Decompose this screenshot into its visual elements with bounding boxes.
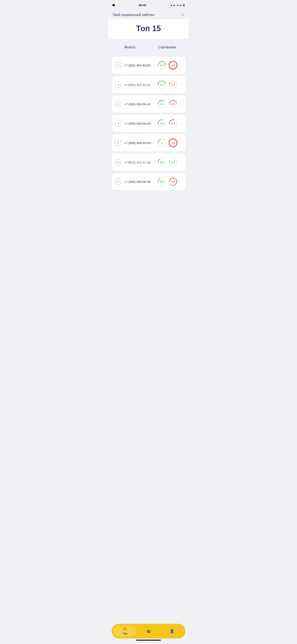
signal-icon: ▲▲ — [177, 4, 182, 6]
phone-number: +7 (911) 111-11-14 — [124, 160, 155, 164]
rank-badge: 2 — [115, 81, 121, 88]
phone-number: +7 (900) 000-00-45 — [124, 102, 155, 106]
score-value-1: 0.8 — [160, 180, 164, 183]
rank-badge: 5 — [115, 140, 121, 146]
phone-number: +7 (911) 111-11-11 — [124, 83, 155, 86]
nav-item-top[interactable]: 🔥 Топ — [113, 626, 137, 636]
header-arrow-icon[interactable]: → — [180, 12, 185, 17]
app-header: Твой социальный рейтинг → — [108, 9, 189, 19]
scores: 2.2 0.6 — [157, 80, 178, 89]
score-circle-2: 4.8 — [169, 138, 178, 148]
score-value-2: 0.4 — [171, 161, 175, 164]
score-circle-1: 1.6 — [157, 100, 166, 108]
status-icons: ▲▲ ▲▲ ▮ — [170, 4, 185, 6]
list-item[interactable]: 4 +7 (963) 049-94-49 1.4 1.4 › — [112, 115, 185, 132]
list-item[interactable]: 7 +7 (900) 999-99-99 0.8 4.2 › — [112, 173, 185, 190]
status-time: 20:42 — [139, 3, 146, 7]
top-section: Топ 15 — [108, 19, 189, 39]
score-circle-1: 1 — [157, 138, 166, 148]
score-value-1: 0.8 — [160, 161, 164, 164]
chevron-right-icon: › — [181, 180, 182, 184]
phone-number: +7 (800) 800-80-80 — [124, 64, 155, 67]
sort-button[interactable]: Сортировка — [150, 42, 185, 52]
list-item[interactable]: 5 +7 (999) 999-99-99 1 4.8 › — [112, 134, 185, 152]
score-value-2: 4.2 — [171, 180, 175, 183]
scores: 0.8 4.2 — [157, 177, 178, 186]
score-value-2: 4.8 — [171, 64, 175, 67]
chevron-right-icon: › — [181, 63, 182, 68]
chevron-right-icon: › — [181, 160, 182, 164]
chevron-right-icon: › — [181, 102, 182, 106]
nav-pill: 🔥 Топ ▦ 👤 — [112, 624, 185, 638]
top-heading: Топ 15 — [112, 24, 185, 33]
score-circle-2: 4.8 — [169, 61, 178, 70]
home-indicator — [136, 640, 161, 641]
score-value-1: 1 — [161, 142, 163, 144]
scores: 0.8 0.4 — [157, 158, 178, 167]
score-value-2: 0.6 — [171, 83, 175, 86]
score-circle-1: 0.8 — [157, 177, 166, 186]
wifi-icon: ▲▲ — [170, 4, 176, 6]
score-circle-2: 0.4 — [169, 158, 178, 167]
score-circle-1: 0.8 — [157, 158, 166, 167]
rank-badge: 6 — [115, 159, 121, 166]
score-circle-2: 4.2 — [169, 177, 178, 186]
scores: 1.4 1.4 — [157, 119, 178, 128]
grid-icon: ▦ — [147, 629, 150, 634]
status-bar: 20:42 ▲▲ ▲▲ ▮ — [108, 0, 189, 9]
score-value-1: 2.2 — [160, 83, 164, 86]
score-value-1: 1.6 — [160, 102, 164, 106]
score-value-1: 1.4 — [160, 122, 164, 125]
list-item[interactable]: 6 +7 (911) 111-11-14 0.8 0.4 › — [112, 154, 185, 171]
rank-badge: 4 — [115, 120, 121, 127]
phone-number: +7 (999) 999-99-99 — [124, 141, 155, 145]
filter-row: Фильтр Сортировка — [108, 42, 189, 52]
score-circle-1: 1.4 — [157, 119, 166, 128]
score-circle-1: 2.2 — [157, 80, 166, 89]
chevron-right-icon: › — [181, 121, 182, 126]
rank-badge: 3 — [115, 101, 121, 107]
phone-number: +7 (900) 999-99-99 — [124, 180, 155, 184]
score-value-2: 4.8 — [171, 142, 175, 144]
rank-badge: 1 — [115, 62, 121, 68]
filter-button[interactable]: Фильтр — [112, 42, 147, 52]
score-value-2: 1.4 — [171, 122, 175, 125]
score-value-2: 2.2 — [171, 102, 175, 106]
scores: 2.4 4.8 — [157, 61, 178, 70]
camera-dot — [112, 4, 115, 6]
list-item[interactable]: 3 +7 (900) 000-00-45 1.6 2.2 › — [112, 95, 185, 113]
nav-label-top: Топ — [123, 632, 127, 635]
list-container: 1 +7 (800) 800-80-80 2.4 4.8 › 2 +7 (911… — [108, 56, 189, 211]
profile-icon: 👤 — [170, 629, 174, 634]
nav-item-grid[interactable]: ▦ — [137, 628, 160, 635]
score-circle-2: 0.6 — [169, 80, 178, 89]
fire-icon: 🔥 — [123, 627, 127, 632]
score-value-1: 2.4 — [160, 64, 164, 67]
score-circle-2: 2.2 — [169, 100, 178, 108]
phone-number: +7 (963) 049-94-49 — [124, 122, 155, 125]
chevron-right-icon: › — [181, 82, 182, 87]
scores: 1 4.8 — [157, 138, 178, 148]
rank-badge: 7 — [115, 178, 121, 185]
header-title: Твой социальный рейтинг — [112, 13, 155, 17]
score-circle-2: 1.4 — [169, 119, 178, 128]
nav-item-profile[interactable]: 👤 — [160, 628, 184, 635]
score-circle-1: 2.4 — [157, 61, 166, 70]
chevron-right-icon: › — [181, 141, 182, 145]
list-item[interactable]: 1 +7 (800) 800-80-80 2.4 4.8 › — [112, 56, 185, 74]
list-item[interactable]: 2 +7 (911) 111-11-11 2.2 0.6 › — [112, 76, 185, 93]
bottom-nav: 🔥 Топ ▦ 👤 — [108, 622, 189, 644]
scores: 1.6 2.2 — [157, 100, 178, 108]
battery-icon: ▮ — [183, 4, 185, 6]
